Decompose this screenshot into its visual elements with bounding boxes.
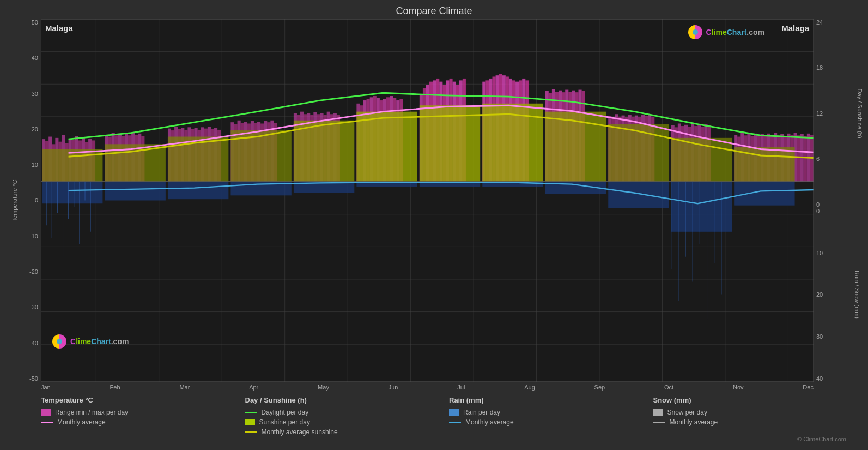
legend-temp-avg-label: Monthly average [57, 418, 106, 426]
legend-temp-range-label: Range min / max per day [55, 409, 128, 416]
location-label-right: Malaga [781, 23, 809, 33]
y-left-50: 50 [32, 19, 38, 26]
x-label-nov: Nov [733, 384, 744, 391]
y-left-0: 0 [35, 197, 38, 203]
logo-icon-bottom [52, 334, 67, 349]
svg-point-3 [57, 339, 62, 344]
page-title: Compare Climate [11, 5, 857, 17]
legend-sunshine-title: Day / Sunshine (h) [245, 396, 450, 404]
x-label-jan: Jan [41, 384, 51, 391]
legend-temp-title: Temperature °C [41, 396, 245, 404]
y-axis-right-label-bottom: Rain / Snow (mm) [854, 271, 860, 319]
legend-snow: Snow (mm) Snow per day Monthly average [653, 396, 858, 436]
legend-sunshine-perday: Sunshine per day [245, 418, 450, 426]
legend-rain-avg-label: Monthly average [465, 418, 514, 426]
legend-rain-title: Rain (mm) [449, 396, 653, 404]
legend-snow-swatch [653, 409, 663, 416]
legend-temp-avg: Monthly average [41, 418, 245, 426]
y-left-neg40: -40 [29, 340, 38, 346]
legend-sunshine-avg: Monthly average sunshine [245, 428, 450, 436]
y-left-20: 20 [32, 126, 38, 133]
x-label-dec: Dec [803, 384, 814, 391]
legend-sunshine-avg-label: Monthly average sunshine [262, 428, 338, 436]
y-axis-left-label: Temperature °C [11, 179, 18, 221]
x-label-may: May [318, 384, 329, 391]
legend-sunshine-swatch [245, 419, 255, 425]
svg-rect-37 [734, 182, 794, 206]
logo-icon-top [688, 25, 703, 40]
x-label-oct: Oct [664, 384, 673, 391]
y-right-rain-0: 0 [816, 208, 820, 214]
legend-area: Temperature °C Range min / max per day M… [11, 392, 857, 436]
x-axis: Jan Feb Mar Apr May Jun Jul Aug Sep Oct … [41, 382, 814, 392]
y-axis-right-bottom: 0 10 20 30 40 [814, 208, 857, 382]
copyright: © ClimeChart.com [11, 436, 857, 445]
svg-point-1 [693, 29, 698, 35]
y-right-rain-10: 10 [816, 250, 823, 256]
legend-temperature: Temperature °C Range min / max per day M… [41, 396, 245, 436]
y-axis-right-label-top: Day / Sunshine (h) [856, 88, 863, 138]
y-right-rain-30: 30 [816, 333, 823, 340]
watermark-bottom-left: ClimeChart.com [52, 334, 129, 349]
location-label-left: Malaga [45, 23, 73, 33]
brand-text-bottom: ClimeChart.com [70, 337, 129, 346]
y-left-40: 40 [32, 55, 38, 61]
page-container: Compare Climate Temperature °C 50 40 30 … [0, 0, 868, 450]
y-right-24: 24 [816, 19, 823, 26]
legend-rain: Rain (mm) Rain per day Monthly average [449, 396, 653, 436]
legend-daylight-label: Daylight per day [262, 409, 309, 416]
y-left-neg50: -50 [29, 375, 38, 382]
y-left-10: 10 [32, 161, 38, 168]
svg-rect-27 [105, 182, 165, 200]
y-axis-left: Temperature °C 50 40 30 20 10 0 -10 -20 … [11, 19, 41, 382]
legend-snow-perday: Snow per day [653, 409, 858, 416]
y-axis-right: Day / Sunshine (h) Rain / Snow (mm) 24 1… [814, 19, 857, 382]
legend-rain-perday-label: Rain per day [463, 409, 500, 416]
legend-snow-avg: Monthly average [653, 418, 858, 426]
y-right-0: 0 [816, 201, 820, 208]
y-right-6: 6 [816, 155, 820, 162]
legend-sunshine-perday-label: Sunshine per day [259, 418, 310, 426]
svg-rect-240 [608, 124, 669, 182]
legend-sunshine: Day / Sunshine (h) Daylight per day Suns… [245, 396, 450, 436]
x-label-mar: Mar [179, 384, 190, 391]
svg-rect-28 [168, 182, 228, 199]
y-right-rain-40: 40 [816, 375, 823, 382]
y-left-neg30: -30 [29, 304, 38, 310]
svg-rect-235 [294, 121, 354, 182]
x-label-feb: Feb [110, 384, 120, 391]
legend-temp-range: Range min / max per day [41, 409, 245, 416]
legend-snow-perday-label: Snow per day [667, 409, 707, 416]
svg-rect-35 [608, 182, 669, 208]
legend-temp-range-swatch [41, 409, 51, 416]
x-label-jun: Jun [389, 384, 398, 391]
y-left-30: 30 [32, 91, 38, 97]
y-axis-right-top: 24 18 12 6 0 [814, 19, 857, 208]
x-label-sep: Sep [594, 384, 605, 391]
chart-svg [41, 19, 814, 382]
legend-daylight: Daylight per day [245, 409, 450, 416]
chart-wrapper: Temperature °C 50 40 30 20 10 0 -10 -20 … [11, 19, 857, 382]
svg-rect-26 [42, 182, 102, 203]
y-right-18: 18 [816, 64, 823, 71]
x-label-jul: Jul [457, 384, 465, 391]
legend-rain-swatch [449, 409, 459, 416]
x-label-aug: Aug [524, 384, 535, 391]
main-chart: Malaga Malaga ClimeChart.com [41, 19, 814, 382]
watermark-top-right: ClimeChart.com [688, 25, 764, 40]
brand-text-top: ClimeChart.com [706, 28, 764, 37]
legend-sunshine-avg-line [245, 431, 257, 433]
legend-snow-avg-line [653, 422, 665, 423]
svg-rect-36 [671, 182, 732, 232]
svg-rect-236 [356, 112, 417, 182]
x-label-apr: Apr [249, 384, 258, 391]
svg-rect-239 [545, 112, 606, 182]
y-right-rain-20: 20 [816, 291, 823, 298]
legend-rain-avg-line [449, 422, 461, 423]
y-left-neg20: -20 [29, 268, 38, 275]
y-right-12: 12 [816, 110, 823, 117]
svg-rect-226 [797, 135, 800, 182]
legend-rain-avg: Monthly average [449, 418, 653, 426]
legend-snow-avg-label: Monthly average [670, 418, 718, 426]
y-left-neg10: -10 [29, 233, 38, 239]
